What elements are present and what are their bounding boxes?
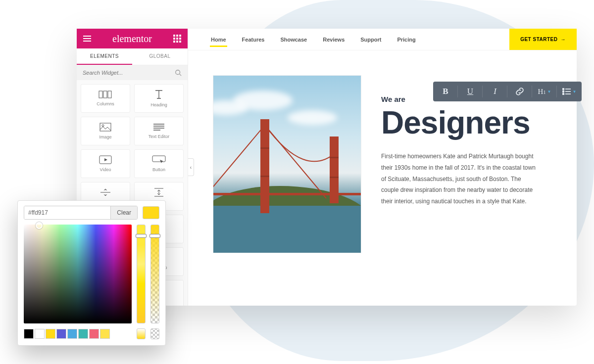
button-icon: [152, 155, 166, 164]
heading-icon: [153, 90, 164, 99]
svg-rect-10: [99, 91, 102, 98]
hex-input[interactable]: [24, 206, 110, 219]
alpha-slider[interactable]: [150, 225, 159, 323]
hamburger-icon[interactable]: [83, 34, 92, 43]
preset-swatch[interactable]: [56, 329, 66, 339]
italic-button[interactable]: I: [483, 82, 507, 101]
text-format-toolbar: B U I H1▼ ▼: [433, 82, 582, 101]
hero-text: We are Designers First-time homeowners K…: [381, 75, 547, 306]
widget-label: Columns: [97, 101, 114, 106]
caret-down-icon: ▼: [547, 90, 551, 94]
svg-point-25: [562, 91, 564, 92]
widget-label: Image: [99, 135, 111, 139]
collapse-sidebar-handle[interactable]: ‹: [188, 158, 194, 176]
alpha-handle[interactable]: [149, 234, 160, 238]
widget-label: Button: [152, 167, 165, 172]
nav-home[interactable]: Home: [203, 29, 234, 50]
link-icon: [515, 87, 524, 96]
tab-elements[interactable]: ELEMENTS: [77, 48, 132, 65]
tab-global[interactable]: GLOBAL: [132, 48, 188, 65]
svg-rect-6: [173, 41, 175, 43]
widget-button[interactable]: Button: [134, 149, 184, 178]
current-color-swatch: [143, 206, 159, 219]
preset-swatch[interactable]: [67, 329, 77, 339]
preset-swatch[interactable]: [35, 329, 45, 339]
image-icon: [99, 123, 111, 132]
svg-rect-3: [173, 38, 175, 40]
sidebar-header: elementor: [77, 29, 188, 48]
svg-rect-12: [108, 91, 111, 98]
hue-handle[interactable]: [136, 234, 147, 238]
text-editor-icon: [153, 123, 165, 131]
nav-support[interactable]: Support: [352, 29, 389, 50]
bold-button[interactable]: B: [433, 82, 458, 101]
svg-point-26: [562, 93, 564, 95]
svg-rect-7: [176, 41, 178, 43]
hue-slider[interactable]: [137, 225, 146, 323]
apps-grid-icon[interactable]: [173, 34, 182, 43]
widget-search: [77, 65, 188, 80]
widget-label: Video: [100, 167, 111, 172]
preset-swatch[interactable]: [24, 329, 34, 339]
svg-rect-5: [179, 38, 181, 40]
nav-pricing[interactable]: Pricing: [389, 29, 423, 50]
spacer-icon: [153, 187, 165, 197]
search-icon: [175, 69, 182, 76]
widget-text-editor[interactable]: Text Editor: [134, 117, 184, 145]
top-nav: Home Features Showcase Reviews Support P…: [188, 29, 577, 50]
link-button[interactable]: [507, 82, 532, 101]
hex-input-group: Clear: [24, 206, 138, 220]
preset-swatch[interactable]: [89, 329, 99, 339]
list-dropdown[interactable]: ▼: [557, 82, 582, 101]
search-input[interactable]: [83, 70, 175, 76]
preset-swatch[interactable]: [100, 329, 110, 339]
svg-rect-0: [173, 35, 175, 37]
svg-rect-16: [152, 156, 165, 162]
video-icon: [99, 155, 112, 164]
hero-image[interactable]: [213, 75, 361, 253]
clear-button[interactable]: Clear: [110, 206, 137, 219]
mini-alpha-slider[interactable]: [150, 328, 159, 339]
underline-button[interactable]: U: [458, 82, 483, 101]
heading-dropdown[interactable]: H1▼: [532, 82, 557, 101]
svg-rect-8: [179, 41, 181, 43]
nav-showcase[interactable]: Showcase: [272, 29, 315, 50]
cta-label: GET STARTED: [520, 37, 557, 42]
widget-image[interactable]: Image: [81, 117, 130, 145]
svg-point-24: [562, 89, 564, 90]
widget-columns[interactable]: Columns: [81, 84, 130, 113]
body-text[interactable]: First-time homeowners Kate and Patrick M…: [381, 151, 540, 207]
divider-icon: [99, 188, 111, 197]
svg-rect-11: [103, 91, 107, 98]
saturation-handle[interactable]: [36, 222, 43, 229]
saturation-field[interactable]: [24, 225, 132, 323]
svg-point-9: [176, 70, 180, 75]
caret-down-icon: ▼: [573, 90, 577, 94]
svg-rect-13: [100, 123, 111, 131]
preset-swatches: [24, 329, 132, 339]
brand-logo: elementor: [112, 33, 152, 45]
color-picker: Clear: [17, 200, 166, 346]
widget-video[interactable]: Video: [81, 149, 130, 178]
preview-pane: Home Features Showcase Reviews Support P…: [188, 29, 577, 306]
arrow-right-icon: →: [561, 37, 566, 42]
widget-label: Text Editor: [148, 134, 170, 139]
widget-heading[interactable]: Heading: [134, 84, 184, 113]
mini-hue-slider[interactable]: [137, 328, 146, 339]
svg-rect-4: [176, 38, 178, 40]
nav-reviews[interactable]: Reviews: [315, 29, 352, 50]
get-started-button[interactable]: GET STARTED →: [509, 29, 577, 50]
headline-text[interactable]: Designers: [381, 104, 547, 141]
preset-swatch[interactable]: [78, 329, 88, 339]
svg-rect-2: [179, 35, 181, 37]
sidebar-tabs: ELEMENTS GLOBAL: [77, 48, 188, 65]
list-icon: [562, 88, 571, 95]
preset-swatch[interactable]: [46, 329, 55, 339]
widget-label: Heading: [150, 102, 167, 107]
columns-icon: [99, 91, 112, 98]
svg-rect-1: [176, 35, 178, 37]
nav-features[interactable]: Features: [234, 29, 273, 50]
